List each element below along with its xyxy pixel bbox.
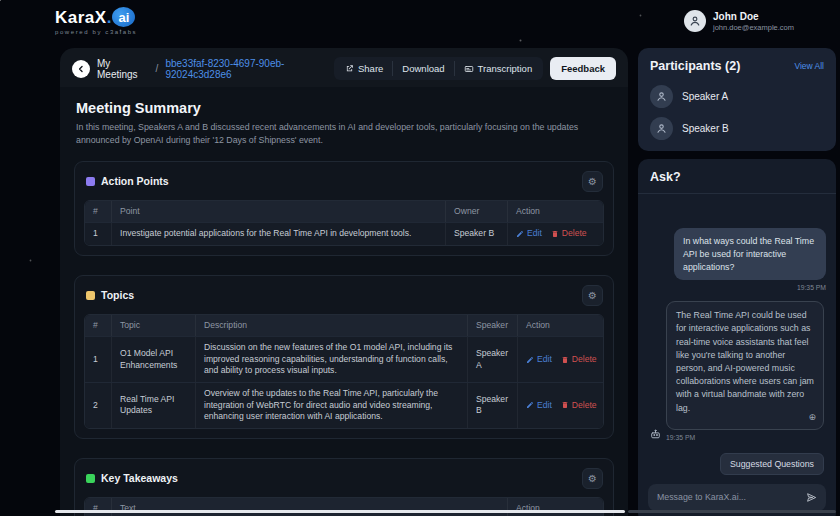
action-points-settings-button[interactable]: ⚙ [582,171,603,192]
action-points-rows: 1 Investigate potential applications for… [85,222,603,245]
user-avatar-icon [684,10,706,32]
col-header-num: # [85,315,111,337]
breadcrumb: My Meetings / bbe33faf-8230-4697-90eb-92… [72,58,334,80]
participant-avatar-icon [650,85,673,108]
ai-message-bubble: The Real Time API could be used for inte… [666,301,824,430]
add-to-notes-icon[interactable]: ⊕ [808,411,816,425]
logo-text: KaraX [55,9,107,26]
bot-avatar-icon [648,428,662,441]
transcription-icon [464,64,474,74]
col-header-action: Action [507,201,603,223]
row-number: 1 [85,337,111,382]
logo-dot: . [107,9,112,26]
pencil-icon [516,230,524,238]
delete-label: Delete [562,228,587,240]
description-cell: Overview of the updates to the Real Time… [195,383,467,428]
edit-label: Edit [537,400,552,412]
topics-bullet-icon [86,291,95,300]
col-header-num: # [85,201,111,223]
table-row: 2 Real Time API Updates Overview of the … [85,382,603,428]
speaker-cell: Speaker A [467,337,517,382]
user-message-bubble: In what ways could the Real Time API be … [674,228,826,280]
action-points-header: Action Points ⚙ [84,170,604,200]
delete-label: Delete [572,354,597,366]
key-takeaways-header: Key Takeaways ⚙ [84,467,604,497]
participant-name: Speaker B [682,123,729,134]
edit-button[interactable]: Edit [516,228,542,240]
share-button[interactable]: Share [336,61,392,76]
topics-settings-button[interactable]: ⚙ [582,285,603,306]
transcription-button[interactable]: Transcription [454,61,542,76]
col-header-num: # [85,498,111,516]
meeting-summary: Meeting Summary In this meeting, Speaker… [60,87,628,157]
chevron-left-icon [76,64,86,74]
participant-name: Speaker A [682,91,728,102]
user-profile[interactable]: John Doe john.doe@example.com [684,10,794,32]
participants-title: Participants (2) [650,59,740,73]
delete-button[interactable]: Delete [561,400,597,412]
ai-message-text: The Real Time API could be used for inte… [676,310,814,412]
col-header-owner: Owner [445,201,507,223]
trash-icon [551,230,559,238]
app-header: KaraX . ai powered by c3alabs John Doe j… [0,0,840,42]
meeting-toolbar: My Meetings / bbe33faf-8230-4697-90eb-92… [60,48,628,87]
download-button[interactable]: Download [392,61,453,76]
key-takeaways-title: Key Takeaways [101,472,576,484]
delete-button[interactable]: Delete [551,228,587,240]
chat-area: In what ways could the Real Time API be … [638,194,836,441]
participant-avatar-icon [650,117,673,140]
col-header-action: Action [517,315,603,337]
topics-title: Topics [101,289,576,301]
table-row: 1 Investigate potential applications for… [85,222,603,245]
row-number: 2 [85,383,111,428]
gear-icon: ⚙ [588,473,597,484]
topic-cell: O1 Model API Enhancements [111,337,195,382]
edit-button[interactable]: Edit [526,400,552,412]
key-takeaways-settings-button[interactable]: ⚙ [582,468,603,489]
participants-list: Speaker A Speaker B [650,85,824,140]
message-input[interactable] [657,492,806,502]
suggested-questions-button[interactable]: Suggested Questions [720,453,824,475]
window-bottom-edge [55,510,625,513]
topics-header: Topics ⚙ [84,284,604,314]
delete-label: Delete [572,400,597,412]
topic-cell: Real Time API Updates [111,383,195,428]
edit-label: Edit [527,228,542,240]
topics-table: # Topic Description Speaker Action 1 O1 … [84,314,604,429]
key-takeaways-table: # Text Action 1 The O1 model API has imp… [84,497,604,516]
summary-description: In this meeting, Speakers A and B discus… [76,121,612,147]
row-number: 1 [85,223,111,245]
toolbar-button-group: Share Download Transcription [334,57,543,80]
col-header-point: Point [111,201,445,223]
download-label: Download [402,63,444,74]
pencil-icon [526,401,534,409]
description-cell: Discussion on the new features of the O1… [195,337,467,382]
main-panel: My Meetings / bbe33faf-8230-4697-90eb-92… [60,48,628,516]
key-takeaways-section: Key Takeaways ⚙ # Text Action 1 The O1 m… [74,458,614,516]
speaker-cell: Speaker B [467,383,517,428]
gear-icon: ⚙ [588,290,597,301]
col-header-action: Action [507,498,603,516]
message-input-bar [648,484,826,511]
participant-item[interactable]: Speaker A [650,85,824,108]
edit-button[interactable]: Edit [526,354,552,366]
pencil-icon [526,356,534,364]
breadcrumb-meeting-id[interactable]: bbe33faf-8230-4697-90eb-92024c3d28e6 [165,58,334,80]
delete-button[interactable]: Delete [561,354,597,366]
participant-item[interactable]: Speaker B [650,117,824,140]
user-name: John Doe [713,11,794,22]
topics-section: Topics ⚙ # Topic Description Speaker Act… [74,275,614,439]
back-button[interactable] [72,60,90,78]
owner-cell: Speaker B [445,223,507,245]
right-sidebar: Participants (2) View All Speaker A Spea… [638,48,836,516]
trash-icon [561,401,569,409]
participants-card: Participants (2) View All Speaker A Spea… [638,48,836,151]
trash-icon [561,356,569,364]
breadcrumb-my-meetings[interactable]: My Meetings [97,58,149,80]
send-button[interactable] [806,492,817,503]
view-all-link[interactable]: View All [794,61,824,71]
toolbar-actions: Share Download Transcription Feedback [334,57,616,80]
user-email: john.doe@example.com [713,23,794,32]
table-row: 1 O1 Model API Enhancements Discussion o… [85,336,603,382]
feedback-button[interactable]: Feedback [550,57,616,80]
